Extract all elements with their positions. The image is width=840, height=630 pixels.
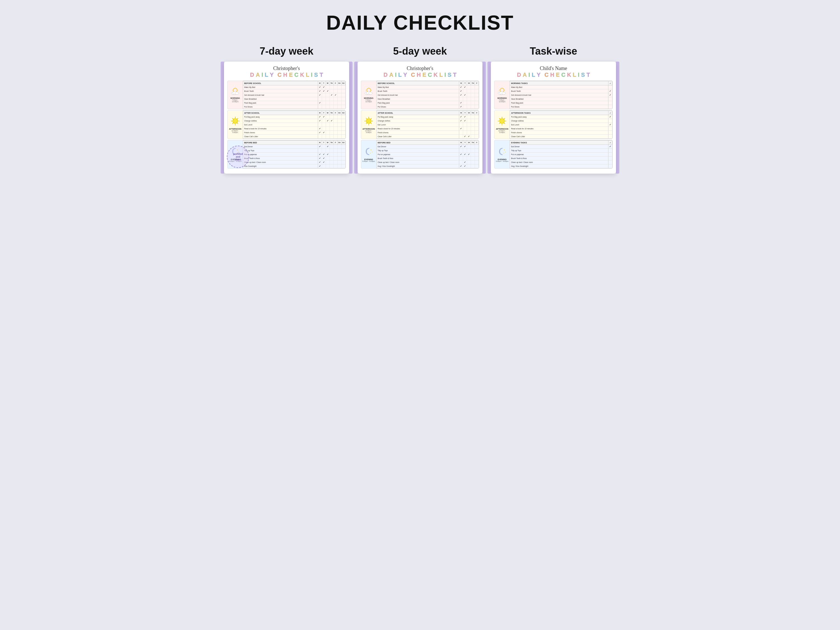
task-check-cell[interactable]	[330, 156, 334, 160]
task-check-cell[interactable]	[330, 127, 334, 131]
task-check-cell[interactable]	[342, 123, 346, 126]
task-check-cell[interactable]	[467, 127, 471, 131]
task-check-cell[interactable]	[326, 135, 330, 138]
task-check-cell[interactable]	[338, 85, 342, 89]
task-check-cell[interactable]: ✓	[334, 93, 338, 97]
task-check-cell[interactable]	[459, 123, 463, 126]
task-check-cell[interactable]: ✓	[463, 119, 467, 123]
task-check-cell[interactable]: ✓	[459, 105, 463, 109]
task-check-cell[interactable]	[330, 149, 334, 152]
task-check-cell[interactable]	[334, 135, 338, 138]
task-check-cell[interactable]	[475, 105, 479, 109]
task-check-cell[interactable]	[471, 119, 475, 123]
task-check-cell[interactable]	[467, 89, 471, 93]
task-check-cell[interactable]	[334, 115, 338, 119]
task-check-cell[interactable]: ✓	[322, 156, 326, 160]
task-check-cell[interactable]	[471, 105, 475, 109]
task-check-cell[interactable]	[342, 160, 346, 164]
task-check-cell[interactable]: ✓	[330, 93, 334, 97]
task-check-cell[interactable]	[338, 101, 342, 105]
task-check-cell[interactable]: ✓	[330, 119, 334, 123]
task-check-cell[interactable]: ✓	[459, 145, 463, 148]
task-check-cell[interactable]: ✓	[318, 156, 322, 160]
task-check-cell[interactable]	[334, 123, 338, 126]
task-check-cell[interactable]: ✓	[463, 160, 467, 164]
task-check-cell[interactable]	[342, 119, 346, 123]
task-check-cell[interactable]	[338, 156, 342, 160]
task-check-cell[interactable]	[463, 127, 467, 131]
task-check-cell[interactable]	[467, 160, 471, 164]
task-check-cell[interactable]	[471, 123, 475, 126]
task-check-cell[interactable]	[322, 101, 326, 105]
task-check-cell[interactable]	[334, 89, 338, 93]
task-check-cell[interactable]: ✓	[459, 89, 463, 93]
task-check-cell[interactable]	[463, 101, 467, 105]
task-check-cell[interactable]	[338, 127, 342, 131]
task-check-cell[interactable]	[334, 156, 338, 160]
task-check-cell[interactable]	[334, 153, 338, 156]
task-check-cell[interactable]	[334, 85, 338, 89]
task-check-cell[interactable]	[459, 156, 463, 160]
task-check-cell[interactable]	[608, 101, 613, 105]
task-check-cell[interactable]	[326, 131, 330, 134]
task-check-cell[interactable]	[459, 160, 463, 164]
task-check-cell[interactable]	[330, 160, 334, 164]
task-check-cell[interactable]: ✓	[318, 127, 322, 131]
task-check-cell[interactable]	[330, 135, 334, 138]
task-check-cell[interactable]	[330, 115, 334, 119]
task-check-cell[interactable]: ✓	[608, 145, 613, 148]
task-check-cell[interactable]	[326, 93, 330, 97]
task-check-cell[interactable]	[608, 135, 613, 138]
task-check-cell[interactable]	[342, 101, 346, 105]
task-check-cell[interactable]: ✓	[463, 164, 467, 168]
task-check-cell[interactable]	[326, 127, 330, 131]
task-check-cell[interactable]	[471, 149, 475, 152]
task-check-cell[interactable]: ✓	[608, 89, 613, 93]
task-check-cell[interactable]	[318, 149, 322, 152]
task-check-cell[interactable]	[467, 164, 471, 168]
task-check-cell[interactable]: ✓	[463, 85, 467, 89]
task-check-cell[interactable]	[322, 97, 326, 101]
task-check-cell[interactable]	[459, 97, 463, 101]
task-check-cell[interactable]	[475, 89, 479, 93]
task-check-cell[interactable]	[318, 105, 322, 109]
task-check-cell[interactable]	[338, 97, 342, 101]
task-check-cell[interactable]	[467, 85, 471, 89]
task-check-cell[interactable]	[330, 85, 334, 89]
task-check-cell[interactable]	[322, 123, 326, 126]
task-check-cell[interactable]	[467, 119, 471, 123]
task-check-cell[interactable]	[471, 97, 475, 101]
task-check-cell[interactable]: ✓	[326, 153, 330, 156]
task-check-cell[interactable]	[475, 131, 479, 134]
task-check-cell[interactable]: ✓	[322, 153, 326, 156]
task-check-cell[interactable]	[342, 97, 346, 101]
task-check-cell[interactable]	[342, 153, 346, 156]
task-check-cell[interactable]: ✓	[459, 85, 463, 89]
task-check-cell[interactable]	[338, 123, 342, 126]
task-check-cell[interactable]	[318, 123, 322, 126]
task-check-cell[interactable]: ✓	[322, 115, 326, 119]
task-check-cell[interactable]	[338, 135, 342, 138]
task-check-cell[interactable]	[338, 149, 342, 152]
task-check-cell[interactable]	[326, 105, 330, 109]
task-check-cell[interactable]: ✓	[459, 93, 463, 97]
task-check-cell[interactable]	[322, 119, 326, 123]
task-check-cell[interactable]	[463, 131, 467, 134]
task-check-cell[interactable]: ✓	[326, 119, 330, 123]
task-check-cell[interactable]: ✓	[318, 145, 322, 148]
task-check-cell[interactable]	[318, 135, 322, 138]
task-check-cell[interactable]: ✓	[322, 160, 326, 164]
task-check-cell[interactable]	[467, 123, 471, 126]
task-check-cell[interactable]: ✓	[318, 89, 322, 93]
task-check-cell[interactable]	[330, 105, 334, 109]
task-check-cell[interactable]	[330, 97, 334, 101]
task-check-cell[interactable]	[463, 105, 467, 109]
task-check-cell[interactable]	[330, 145, 334, 148]
task-check-cell[interactable]	[330, 123, 334, 126]
task-check-cell[interactable]	[322, 93, 326, 97]
task-check-cell[interactable]	[467, 105, 471, 109]
task-check-cell[interactable]	[467, 131, 471, 134]
task-check-cell[interactable]	[334, 127, 338, 131]
task-check-cell[interactable]: ✓	[322, 89, 326, 93]
task-check-cell[interactable]	[471, 164, 475, 168]
